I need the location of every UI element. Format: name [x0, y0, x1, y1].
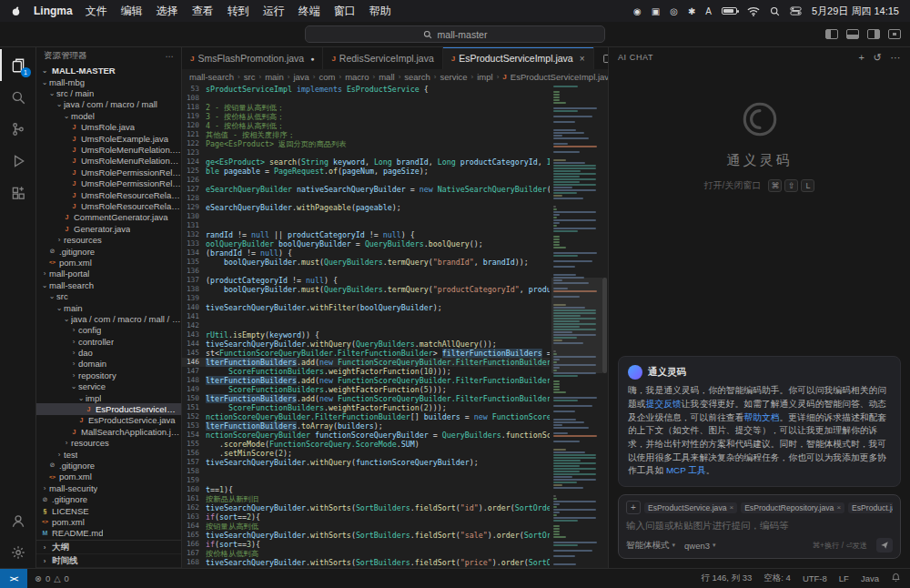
ai-message-link[interactable]: 帮助文档 [743, 412, 779, 422]
menu-item-选择[interactable]: 选择 [157, 4, 178, 19]
tree-item[interactable]: <>pom.xml [36, 516, 181, 527]
code-editor[interactable]: 53sProductServiceImpl implements EsProdu… [182, 84, 608, 568]
tree-item[interactable]: ⌄src / main [36, 87, 181, 98]
notifications-bell-icon[interactable] [891, 573, 901, 584]
tree-item[interactable]: JGenerator.java [36, 223, 181, 234]
status-item[interactable]: Java [861, 573, 879, 583]
tree-item[interactable]: §LICENSE [36, 505, 181, 516]
spotlight-search-icon[interactable] [770, 6, 780, 16]
tree-item[interactable]: JUmsRoleMenuRelation.java [36, 144, 181, 155]
battery-icon[interactable] [722, 7, 737, 15]
tree-item[interactable]: JUmsRoleResourceRelation.java [36, 189, 181, 200]
tree-item[interactable]: JUmsRole.java [36, 122, 181, 133]
editor-tab[interactable]: JEsProductServiceImpl.java× [443, 47, 594, 69]
extensions-activity-icon[interactable] [0, 177, 36, 208]
menu-item-终端[interactable]: 终端 [298, 4, 320, 19]
tree-item[interactable]: ⌄java / com / macro / mall [36, 99, 181, 110]
sidebar-section-大纲[interactable]: ›大纲 [36, 541, 181, 554]
tree-item[interactable]: ›resources [36, 234, 181, 245]
history-icon[interactable]: ↺ [874, 52, 883, 64]
ai-message-link[interactable]: MCP 工具 [666, 465, 706, 475]
breadcrumb-item[interactable]: src [244, 72, 256, 82]
tree-item[interactable]: ⊘.gitignore [36, 493, 181, 504]
sidebar-section-时间线[interactable]: ›时间线 [36, 554, 181, 568]
remote-indicator[interactable]: >< [0, 569, 27, 588]
menu-item-转到[interactable]: 转到 [228, 4, 249, 19]
send-button[interactable] [876, 538, 893, 553]
settings-gear-icon[interactable] [0, 536, 36, 568]
tree-item[interactable]: JCommentGenerator.java [36, 212, 181, 223]
tree-item[interactable]: ⌄impl [36, 392, 181, 403]
tree-item[interactable]: ›dao [36, 347, 181, 358]
tree-item[interactable]: JUmsRoleMenuRelationExample.java [36, 156, 181, 167]
source-control-activity-icon[interactable] [0, 113, 36, 145]
account-icon[interactable] [0, 504, 36, 536]
tree-item[interactable]: ›mall-portal [36, 269, 181, 279]
run-debug-activity-icon[interactable] [0, 145, 36, 177]
screen-record-icon[interactable]: ◉ [633, 6, 642, 16]
status-item[interactable]: LF [839, 573, 849, 583]
status-item[interactable]: UTF-8 [803, 573, 827, 583]
app-menu[interactable]: Lingma [34, 5, 73, 17]
toggle-panel-icon[interactable] [846, 29, 859, 39]
context-chip[interactable]: EsProductRepository.java× [741, 502, 844, 513]
close-icon[interactable]: × [580, 54, 585, 64]
tree-item[interactable]: ⊘.gitignore [36, 246, 181, 257]
display-mirror-icon[interactable]: ▣ [652, 6, 660, 16]
minimap-slider[interactable] [551, 278, 602, 373]
tree-item[interactable]: JUmsRoleExample.java [36, 133, 181, 144]
breadcrumb-item[interactable]: mall [379, 72, 394, 82]
tree-item[interactable]: ⌄java / com / macro / mall / search [36, 313, 181, 324]
breadcrumb-item[interactable]: com [319, 72, 336, 82]
breadcrumb-item[interactable]: service [440, 72, 467, 82]
status-item[interactable]: 空格: 4 [763, 573, 791, 584]
tree-item[interactable]: ⌄model [36, 110, 181, 121]
ai-message-link[interactable]: 提交反馈 [646, 399, 682, 409]
breadcrumb-item[interactable]: macro [345, 72, 369, 82]
focus-mode-icon[interactable]: ◎ [670, 6, 678, 16]
tree-item[interactable]: <>pom.xml [36, 471, 181, 482]
breadcrumb-item[interactable]: java [293, 72, 308, 82]
scrollbar-thumb[interactable] [602, 278, 607, 373]
tree-item[interactable]: JEsProductService.java [36, 415, 181, 426]
status-item[interactable]: 行 146, 列 33 [701, 573, 752, 584]
context-chip[interactable]: EsProduct.java× [848, 502, 893, 513]
tree-item[interactable]: ⌄mall-search [36, 279, 181, 290]
tree-item[interactable]: ›test [36, 449, 181, 460]
problems-indicator[interactable]: ⊗ 0 △ 0 [27, 573, 76, 583]
tree-item[interactable]: ⌄src [36, 290, 181, 301]
toggle-secondary-sidebar-icon[interactable] [867, 29, 880, 39]
search-activity-icon[interactable] [0, 81, 36, 113]
breadcrumb-item[interactable]: search [404, 72, 430, 82]
input-source-icon[interactable]: A [705, 6, 712, 16]
tree-item[interactable]: <>pom.xml [36, 257, 181, 268]
tree-item[interactable]: ⊘.gitignore [36, 460, 181, 471]
explorer-more-icon[interactable]: ⋯ [166, 51, 175, 61]
customize-layout-icon[interactable] [888, 29, 901, 39]
tree-item[interactable]: JUmsRolePermissionRelation.java [36, 167, 181, 177]
tree-item[interactable]: JEsProductServiceImpl.java [36, 403, 181, 414]
breadcrumb-item[interactable]: mall-search [189, 72, 234, 82]
chat-input[interactable]: 输入问题或粘贴图片进行提问，编码等 [626, 520, 893, 532]
menu-item-窗口[interactable]: 窗口 [334, 4, 356, 19]
context-chip[interactable]: EsProductService.java× [644, 502, 737, 513]
tree-item[interactable]: ›controller [36, 336, 181, 347]
tree-item[interactable]: ›mall-security [36, 482, 181, 493]
toggle-primary-sidebar-icon[interactable] [825, 29, 838, 39]
menu-item-编辑[interactable]: 编辑 [121, 4, 143, 19]
menu-item-查看[interactable]: 查看 [192, 4, 214, 19]
close-icon[interactable]: × [729, 503, 733, 512]
tree-item[interactable]: JUmsRolePermissionRelationExample.java [36, 178, 181, 189]
command-center-search[interactable]: mall-master [305, 25, 605, 43]
breadcrumb-item[interactable]: main [265, 72, 284, 82]
tree-item[interactable]: ›domain [36, 359, 181, 370]
breadcrumb-item[interactable]: impl [477, 72, 492, 82]
tree-item[interactable]: ›resources [36, 438, 181, 449]
wifi-icon[interactable] [747, 6, 760, 16]
menu-item-运行[interactable]: 运行 [263, 4, 285, 19]
explorer-activity-icon[interactable]: 1 [0, 49, 36, 81]
more-icon[interactable]: ⋯ [890, 52, 901, 64]
tree-item[interactable]: ⌄mall-mbg [36, 76, 181, 87]
editor-tab[interactable]: JRedisServiceImpl.java [323, 47, 442, 69]
tree-item[interactable]: ⌄main [36, 302, 181, 313]
